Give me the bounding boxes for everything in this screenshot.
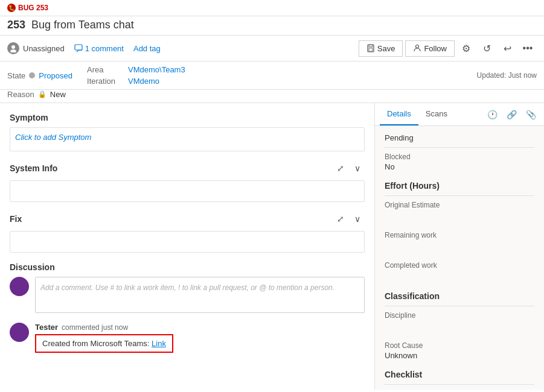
fix-field[interactable]: [10, 231, 365, 253]
right-panel-content: Pending Blocked No Effort (Hours) Origin…: [375, 126, 544, 390]
fix-header: Fix ⤢ ∨: [10, 212, 365, 226]
original-estimate-value[interactable]: [385, 210, 534, 221]
iteration-value[interactable]: VMdemo: [128, 77, 159, 86]
root-cause-label: Root Cause: [385, 341, 534, 350]
bug-label: BUG 253: [18, 4, 48, 12]
reason-value[interactable]: New: [50, 90, 66, 99]
tab-icons: 🕐 🔗 📎: [484, 106, 539, 123]
state-meta: State Proposed: [7, 71, 72, 80]
meta-row: State Proposed Area VMdemo\Team3 Iterati…: [0, 62, 544, 90]
svg-point-1: [10, 49, 16, 52]
fix-label: Fix: [10, 214, 22, 224]
save-button[interactable]: Save: [359, 40, 403, 57]
discipline-section: Discipline: [385, 311, 534, 332]
root-cause-section: Root Cause Unknown: [385, 341, 534, 360]
main-content: Symptom Click to add Symptom System Info…: [0, 103, 544, 390]
reason-meta: Reason 🔒 New: [7, 90, 66, 99]
symptom-field[interactable]: Click to add Symptom: [10, 127, 365, 151]
svg-point-6: [416, 45, 419, 48]
system-info-collapse[interactable]: ∨: [350, 161, 365, 175]
refresh-button[interactable]: ↺: [478, 39, 496, 57]
tab-details[interactable]: Details: [380, 103, 418, 125]
svg-rect-5: [369, 48, 373, 51]
area-iteration-meta: Area VMdemo\Team3 Iteration VMdemo: [87, 65, 185, 86]
comment-item: Tester commented just now Created from M…: [10, 323, 365, 353]
blocked-value[interactable]: No: [385, 162, 534, 171]
action-bar: Unassigned 1 comment Add tag Save Follow…: [0, 36, 544, 62]
symptom-placeholder[interactable]: Click to add Symptom: [15, 133, 91, 142]
comment-link[interactable]: Link: [152, 339, 166, 348]
assignee-avatar: [7, 42, 19, 54]
system-info-expand[interactable]: ⤢: [333, 161, 348, 175]
comment-time: commented just now: [62, 323, 128, 332]
work-item-id: 253: [7, 19, 25, 31]
svg-point-0: [11, 45, 15, 49]
fix-collapse[interactable]: ∨: [350, 212, 365, 226]
state-dot: [29, 72, 35, 78]
more-button[interactable]: •••: [519, 39, 537, 57]
area-value[interactable]: VMdemo\Team3: [128, 65, 185, 74]
updated-text: Updated: Just now: [477, 71, 537, 80]
top-bar: 🐛 BUG 253: [0, 0, 544, 16]
follow-button[interactable]: Follow: [405, 40, 455, 57]
attachment-icon-btn[interactable]: 📎: [522, 106, 539, 123]
svg-rect-2: [75, 45, 82, 50]
remaining-work-section: Remaining work: [385, 231, 534, 251]
effort-title: Effort (Hours): [385, 181, 534, 191]
system-info-field[interactable]: [10, 180, 365, 202]
comment-body-text: Created from Microsoft Teams:: [42, 339, 152, 348]
lock-icon: 🔒: [38, 90, 46, 98]
symptom-label: Symptom: [10, 113, 48, 122]
action-bar-right: Save Follow ⚙ ↺ ↩ •••: [359, 39, 537, 57]
undo-button[interactable]: ↩: [498, 39, 516, 57]
original-estimate-label: Original Estimate: [385, 201, 534, 209]
remaining-work-label: Remaining work: [385, 231, 534, 239]
svg-rect-4: [369, 45, 373, 47]
follow-label: Follow: [424, 44, 447, 53]
pending-label: Pending: [385, 133, 534, 142]
symptom-section-header: Symptom: [10, 113, 365, 122]
classification-title: Classification: [385, 291, 534, 301]
state-label: State: [7, 71, 25, 80]
area-item: Area VMdemo\Team3: [87, 65, 185, 74]
comment-input[interactable]: Add a comment. Use # to link a work item…: [35, 277, 365, 313]
comment-avatar: [10, 323, 29, 342]
add-tag-button[interactable]: Add tag: [133, 44, 161, 53]
assignee[interactable]: Unassigned: [7, 42, 65, 54]
discipline-label: Discipline: [385, 311, 534, 320]
fix-expand[interactable]: ⤢: [333, 212, 348, 226]
discussion-header: Discussion: [10, 262, 365, 272]
discipline-value[interactable]: [385, 321, 534, 332]
blocked-section: Blocked No: [385, 153, 534, 171]
state-value[interactable]: Proposed: [39, 71, 72, 80]
remaining-work-value[interactable]: [385, 241, 534, 251]
comment-content: Tester commented just now Created from M…: [35, 323, 365, 353]
save-label: Save: [377, 44, 395, 53]
reason-row: Reason 🔒 New: [0, 90, 544, 103]
right-panel: Details Scans 🕐 🔗 📎 Pending Blocked No E…: [375, 103, 544, 390]
blocked-label: Blocked: [385, 153, 534, 161]
comment-body: Created from Microsoft Teams: Link: [35, 334, 173, 353]
completed-work-value[interactable]: [385, 271, 534, 282]
user-avatar: [10, 277, 29, 296]
area-label: Area: [87, 65, 123, 74]
comment-input-row: Add a comment. Use # to link a work item…: [10, 277, 365, 313]
work-item-title[interactable]: Bug from Teams chat: [31, 19, 134, 31]
settings-button[interactable]: ⚙: [457, 39, 475, 57]
bug-icon: 🐛: [7, 4, 16, 12]
link-icon-btn[interactable]: 🔗: [503, 106, 520, 123]
system-info-label: System Info: [10, 163, 57, 173]
tab-scans[interactable]: Scans: [418, 103, 455, 125]
history-icon-btn[interactable]: 🕐: [484, 106, 501, 123]
left-panel: Symptom Click to add Symptom System Info…: [0, 103, 375, 390]
checklist-title: Checklist: [385, 370, 534, 379]
comment-count: 1 comment: [85, 44, 124, 53]
comment-link[interactable]: 1 comment: [74, 44, 124, 53]
system-info-header: System Info ⤢ ∨: [10, 161, 365, 175]
title-row: 253 Bug from Teams chat: [0, 16, 544, 36]
system-info-actions: ⤢ ∨: [333, 161, 365, 175]
root-cause-value[interactable]: Unknown: [385, 351, 534, 360]
assignee-name: Unassigned: [23, 44, 65, 53]
fix-actions: ⤢ ∨: [333, 212, 365, 226]
original-estimate-section: Original Estimate: [385, 201, 534, 221]
